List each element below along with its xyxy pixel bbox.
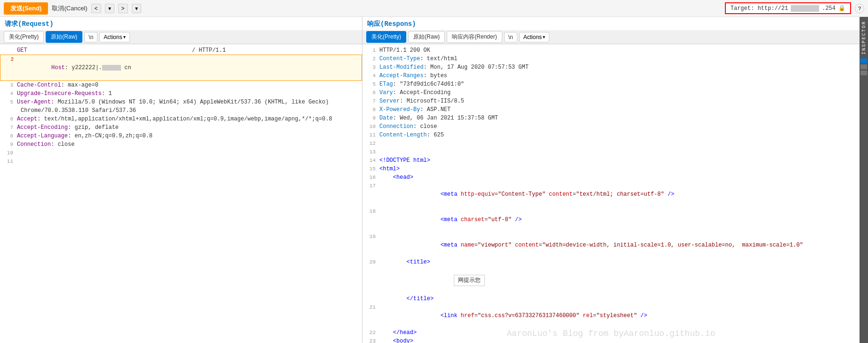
top-toolbar: 发送(Send) 取消(Cancel) < ▾ > ▾ Target: http… xyxy=(0,0,868,17)
actions-label-response: Actions xyxy=(523,34,542,40)
request-pane: 请求(Request) 美化(Pretty) 原始(Raw) \n Action… xyxy=(0,17,362,343)
response-line-15: 15 <html> xyxy=(362,165,860,173)
response-line-16: 16 <head> xyxy=(362,173,860,182)
tab-actions-request[interactable]: Actions ▾ xyxy=(99,32,129,42)
response-line-12: 12 xyxy=(362,139,860,148)
response-title: 响应(Respons) xyxy=(362,17,860,30)
request-title: 请求(Request) xyxy=(0,17,362,30)
response-tab-bar: 美化(Pretty) 原始(Raw) 响应内容(Render) \n Actio… xyxy=(362,30,860,44)
actions-arrow-response: ▾ xyxy=(543,34,545,40)
request-line-1: GET / HTTP/1.1 xyxy=(0,46,362,55)
response-line-20-tooltip: 网提示您 xyxy=(362,266,860,295)
nav-prev-dropdown-button[interactable]: ▾ xyxy=(105,4,114,13)
response-line-23: 23 <body> xyxy=(362,337,860,343)
response-line-1: 1 HTTP/1.1 200 OK xyxy=(362,46,860,55)
tab-pretty-response[interactable]: 美化(Pretty) xyxy=(366,31,406,43)
tab-raw-response[interactable]: 原始(Raw) xyxy=(408,31,445,43)
tab-render-response[interactable]: 响应内容(Render) xyxy=(447,31,502,43)
target-ip-suffix: .254 xyxy=(822,5,836,12)
response-line-19: 19 <meta name="viewport" content="width=… xyxy=(362,232,860,258)
inspector-icon-2[interactable] xyxy=(860,64,867,69)
inspector-icon-3[interactable] xyxy=(860,71,867,75)
response-line-21: 21 <link href="css.css?v=637332763137460… xyxy=(362,303,860,328)
response-line-5: 5 ETag: "73fd9d1c6c74d61:0" xyxy=(362,80,860,88)
send-button[interactable]: 发送(Send) xyxy=(4,2,48,15)
response-line-6: 6 Vary: Accept-Encoding xyxy=(362,88,860,97)
inspector-icon-1[interactable] xyxy=(860,58,867,63)
lock-icon: 🔒 xyxy=(838,5,845,12)
request-line-8: 8 Accept-Language: en,zh-CN;q=0.9,zh;q=0… xyxy=(0,132,362,140)
response-line-10: 10 Connection: close xyxy=(362,122,860,131)
request-line-5: 5 User-Agent: Mozilla/5.0 (Windows NT 10… xyxy=(0,98,362,106)
request-line-3: 3 Cache-Control: max-age=0 xyxy=(0,81,362,89)
response-pane: 响应(Respons) 美化(Pretty) 原始(Raw) 响应内容(Rend… xyxy=(362,17,860,343)
tab-pretty-request[interactable]: 美化(Pretty) xyxy=(4,31,44,43)
request-line-10: 10 xyxy=(0,149,362,157)
nav-next-dropdown-button[interactable]: ▾ xyxy=(132,4,141,13)
response-line-14: 14 <!DOCTYPE html> xyxy=(362,156,860,165)
target-label: Target: http://21 xyxy=(731,5,788,12)
response-line-11: 11 Content-Length: 625 xyxy=(362,131,860,139)
request-tab-bar: 美化(Pretty) 原始(Raw) \n Actions ▾ xyxy=(0,30,362,44)
response-line-20: 20 <title> xyxy=(362,258,860,266)
response-line-22: 22 </head> xyxy=(362,328,860,337)
request-line-4: 4 Upgrade-Insecure-Requests: 1 xyxy=(0,89,362,98)
help-button[interactable]: ? xyxy=(855,4,864,13)
target-indicator: Target: http://21 .254 🔒 xyxy=(725,2,851,14)
target-ip-hidden xyxy=(791,5,819,12)
inspector-icons xyxy=(860,58,867,75)
nav-next-button[interactable]: > xyxy=(118,4,128,13)
request-line-5b: Chrome/70.0.3538.110 Safari/537.36 xyxy=(0,106,362,115)
inspector-label: INSPECTOR xyxy=(861,21,867,55)
request-line-9: 9 Connection: close xyxy=(0,140,362,149)
response-line-2: 2 Content-Type: text/html xyxy=(362,55,860,63)
response-code-area[interactable]: 1 HTTP/1.1 200 OK 2 Content-Type: text/h… xyxy=(362,44,860,343)
actions-arrow-request: ▾ xyxy=(123,34,126,40)
response-line-8: 8 X-Powered-By: ASP.NET xyxy=(362,105,860,114)
request-code-area[interactable]: GET / HTTP/1.1 2 Host: y222222|. cn 3 Ca… xyxy=(0,44,362,343)
tab-newline-response[interactable]: \n xyxy=(504,32,517,42)
cancel-button[interactable]: 取消(Cancel) xyxy=(52,4,87,13)
response-line-18: 18 <meta charset="utf-8" /> xyxy=(362,207,860,232)
response-line-7: 7 Server: Microsoft-IIS/8.5 xyxy=(362,97,860,105)
response-line-3: 3 Last-Modified: Mon, 17 Aug 2020 07:57:… xyxy=(362,63,860,72)
main-content: 请求(Request) 美化(Pretty) 原始(Raw) \n Action… xyxy=(0,17,868,343)
response-line-13: 13 xyxy=(362,148,860,156)
nav-prev-button[interactable]: < xyxy=(91,4,101,13)
actions-label-request: Actions xyxy=(104,34,122,40)
inspector-panel: INSPECTOR xyxy=(860,17,868,343)
request-line-2: 2 Host: y222222|. cn xyxy=(0,55,362,81)
request-line-7: 7 Accept-Encoding: gzip, deflate xyxy=(0,123,362,132)
tab-newline-request[interactable]: \n xyxy=(84,32,97,42)
request-line-6: 6 Accept: text/html,application/xhtml+xm… xyxy=(0,115,362,123)
response-line-17: 17 <meta http-equiv="Content-Type" conte… xyxy=(362,182,860,207)
response-line-4: 4 Accept-Ranges: bytes xyxy=(362,72,860,80)
response-line-20-end: </title> xyxy=(362,295,860,303)
tab-actions-response[interactable]: Actions ▾ xyxy=(519,32,549,42)
response-line-9: 9 Date: Wed, 06 Jan 2021 15:37:58 GMT xyxy=(362,114,860,122)
request-line-11: 11 xyxy=(0,157,362,166)
tab-raw-request[interactable]: 原始(Raw) xyxy=(46,31,82,43)
